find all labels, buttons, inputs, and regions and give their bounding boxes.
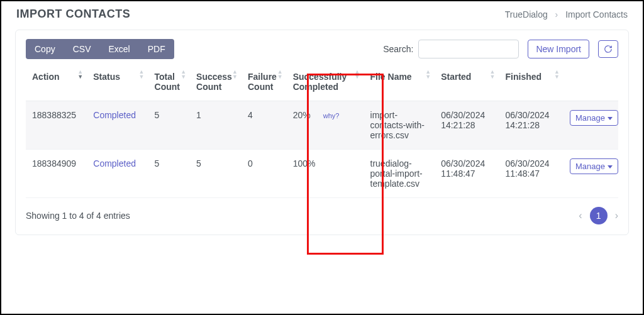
cell-total: 5: [148, 101, 191, 150]
imports-table: Action▲▼ Status▲▼ Total Count▲▼ Success …: [26, 65, 618, 198]
manage-button[interactable]: Manage: [570, 158, 618, 174]
table-info: Showing 1 to 4 of 4 entries: [26, 211, 130, 221]
cell-success: 1: [190, 101, 242, 150]
refresh-button[interactable]: [598, 40, 618, 58]
cell-file: import-contacts-with-errors.csv: [364, 101, 435, 150]
search-input[interactable]: [418, 40, 519, 58]
column-header-started[interactable]: Started▲▼: [435, 65, 499, 101]
search-label: Search:: [383, 44, 413, 54]
cell-action: 188384909: [26, 150, 87, 198]
cell-finished: 06/30/2024 14:21:28: [499, 101, 564, 150]
excel-button[interactable]: Excel: [99, 39, 138, 59]
cell-started: 06/30/2024 11:48:47: [435, 150, 499, 198]
cell-finished: 06/30/2024 11:48:47: [499, 150, 564, 198]
cell-status[interactable]: Completed: [87, 101, 148, 150]
column-header-finished[interactable]: Finished▲▼: [499, 65, 564, 101]
cell-started: 06/30/2024 14:21:28: [435, 101, 499, 150]
page-prev[interactable]: ‹: [579, 210, 582, 221]
breadcrumb: TrueDialog › Import Contacts: [505, 9, 628, 19]
pagination: ‹ 1 ›: [579, 207, 618, 224]
chevron-down-icon: [608, 165, 613, 169]
manage-button[interactable]: Manage: [570, 110, 618, 126]
cell-pct: 20%why?: [287, 101, 364, 150]
page-title: IMPORT CONTACTS: [16, 8, 130, 21]
imports-panel: Copy CSV Excel PDF Search: New Import: [15, 30, 629, 235]
pdf-button[interactable]: PDF: [139, 39, 174, 59]
column-header-failure[interactable]: Failure Count▲▼: [242, 65, 287, 101]
cell-status[interactable]: Completed: [87, 150, 148, 198]
export-button-group: Copy CSV Excel PDF: [26, 39, 174, 59]
column-header-pct[interactable]: Successfully Completed▲▼: [287, 65, 364, 101]
column-header-action[interactable]: Action▲▼: [26, 65, 87, 101]
cell-failure: 4: [242, 101, 287, 150]
cell-pct: 100%: [287, 150, 364, 198]
csv-button[interactable]: CSV: [64, 39, 100, 59]
breadcrumb-current: Import Contacts: [565, 9, 628, 19]
cell-success: 5: [190, 150, 242, 198]
column-header-success[interactable]: Success Count▲▼: [190, 65, 242, 101]
breadcrumb-root[interactable]: TrueDialog: [505, 9, 548, 19]
column-header-manage: [564, 65, 618, 101]
chevron-down-icon: [608, 117, 613, 120]
copy-button[interactable]: Copy: [26, 39, 64, 59]
column-header-status[interactable]: Status▲▼: [87, 65, 148, 101]
table-row: 188388325 Completed 5 1 4 20%why? import…: [26, 101, 618, 150]
cell-action: 188388325: [26, 101, 87, 150]
column-header-total[interactable]: Total Count▲▼: [148, 65, 191, 101]
cell-file: truedialog-portal-import-template.csv: [364, 150, 435, 198]
new-import-button[interactable]: New Import: [528, 40, 589, 58]
column-header-file[interactable]: File Name▲▼: [364, 65, 435, 101]
why-link[interactable]: why?: [323, 112, 340, 119]
cell-total: 5: [148, 150, 191, 198]
refresh-icon: [604, 45, 613, 53]
chevron-right-icon: ›: [555, 9, 558, 19]
table-row: 188384909 Completed 5 5 0 100% truedialo…: [26, 150, 618, 198]
cell-failure: 0: [242, 150, 287, 198]
page-current[interactable]: 1: [590, 207, 608, 224]
page-next[interactable]: ›: [615, 210, 618, 221]
